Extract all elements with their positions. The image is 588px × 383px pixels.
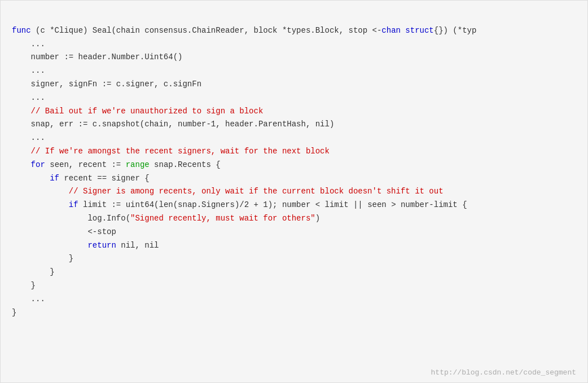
line-if-recent: if recent == signer { (12, 174, 150, 183)
line-comment-bail: // Bail out if we're unauthorized to sig… (12, 107, 263, 116)
line-snap: snap, err := c.snapshot(chain, number-1,… (12, 120, 334, 129)
line-close-2: } (12, 267, 55, 276)
watermark: http://blog.csdn.net/code_segment (431, 368, 576, 377)
code-content: func (c *Clique) Seal(chain consensus.Ch… (1, 6, 587, 337)
line-number: number := header.Number.Uint64() (12, 52, 182, 61)
line-for: for seen, recent := range snap.Recents { (12, 160, 221, 169)
line-stop: <-stop (12, 227, 116, 236)
line-ellipsis-3: ... (12, 93, 45, 102)
line-close-main: } (12, 308, 16, 317)
line-ellipsis-4: ... (12, 133, 45, 142)
code-window: func (c *Clique) Seal(chain consensus.Ch… (0, 0, 588, 383)
line-log: log.Info("Signed recently, must wait for… (12, 214, 320, 223)
line-signer: signer, signFn := c.signer, c.signFn (12, 80, 201, 89)
line-comment-if: // If we're amongst the recent signers, … (12, 147, 330, 156)
line-ellipsis-1: ... (12, 39, 45, 49)
line-ellipsis-2: ... (12, 66, 45, 75)
line-func: func (c *Clique) Seal(chain consensus.Ch… (12, 26, 476, 35)
line-close-1: } (12, 281, 36, 290)
line-close-3: } (12, 254, 73, 263)
line-return: return nil, nil (12, 241, 159, 250)
line-ellipsis-5: ... (12, 294, 45, 303)
line-if-limit: if limit := uint64(len(snap.Signers)/2 +… (12, 200, 467, 209)
line-comment-signer: // Signer is among recents, only wait if… (12, 187, 444, 196)
